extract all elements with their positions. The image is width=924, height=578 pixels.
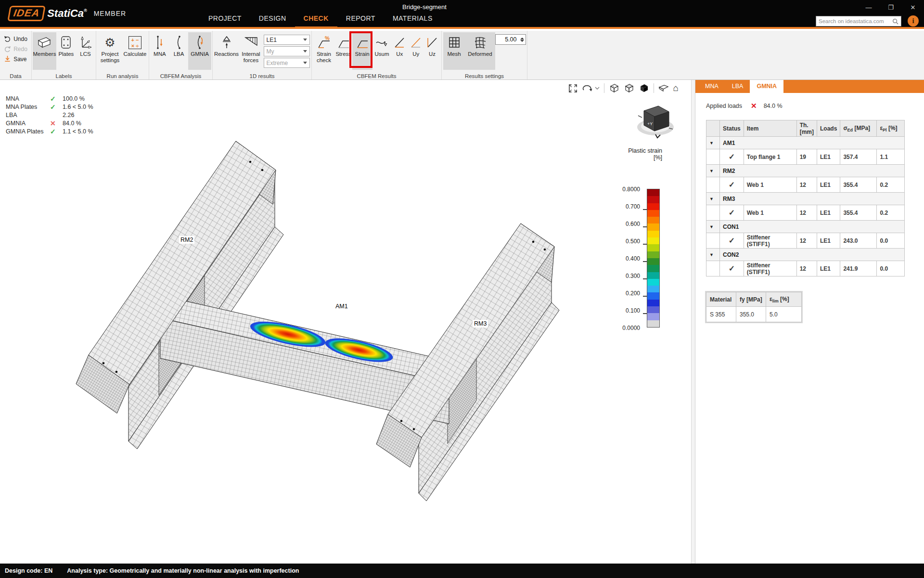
svg-text:+Y: +Y (647, 121, 653, 126)
strain-check-button[interactable]: % Strain check (313, 32, 335, 70)
lcs-button[interactable]: LCS (76, 32, 95, 70)
mesh-button[interactable]: Mesh (443, 32, 465, 70)
group-row-am1[interactable]: ▼ AM1 (706, 137, 905, 149)
ux-button[interactable]: Ux (391, 32, 408, 70)
svg-text:%: % (325, 35, 330, 41)
solid-view-icon[interactable] (639, 82, 649, 94)
view-toolbar: ⌂ (568, 82, 679, 94)
stress-button[interactable]: Stress (335, 32, 352, 70)
restore-button[interactable]: ❐ (880, 0, 902, 14)
members-button[interactable]: Members (33, 32, 56, 70)
summary-row: LBA2.26 (6, 111, 93, 119)
cross-icon: ✕ (751, 102, 757, 110)
table-row[interactable]: ✓ Stiffener (STIFF1)12 LE1243.0 0.0 (706, 233, 905, 249)
extreme-select[interactable]: Extreme (264, 58, 310, 68)
summary-row: GMNIA✕84.0 % (6, 119, 93, 127)
reactions-button[interactable]: Reactions (215, 32, 239, 70)
model-3d-viewport[interactable]: RM2 AM1 RM3 MNA✓100.0 % MNA Plates✓1.6 <… (0, 80, 695, 564)
check-icon: ✓ (50, 128, 63, 135)
mna-button[interactable]: MNA (150, 32, 169, 70)
applied-loads-status: Applied loads ✕ 84.0 % (706, 102, 924, 110)
calculate-button[interactable]: + −× ÷ Calculate (123, 32, 148, 70)
member-label-am1: AM1 (334, 302, 349, 310)
chevron-down-icon (303, 39, 307, 41)
group-row-con2[interactable]: ▼ CON2 (706, 249, 905, 261)
home-view-icon[interactable]: ⌂ (673, 82, 679, 94)
strain-check-icon: % (317, 34, 331, 51)
internal-forces-button[interactable]: Internal forces (239, 32, 264, 70)
group-label-labels: Labels (32, 73, 96, 79)
legend-ticks: 0.8000 0.700 0.600 0.500 0.400 0.300 0.2… (601, 186, 645, 330)
registered-mark: ® (84, 8, 87, 13)
group-row-rm3[interactable]: ▼ RM3 (706, 193, 905, 205)
panel-tab-mna[interactable]: MNA (698, 80, 725, 93)
navigation-cube[interactable]: +Y (633, 101, 678, 142)
close-button[interactable]: ✕ (902, 0, 924, 14)
check-icon: ✓ (720, 177, 744, 193)
info-button[interactable]: i (908, 15, 919, 26)
usum-button[interactable]: Usum (372, 32, 392, 70)
statica-logo-text: StatiCa (47, 7, 84, 19)
uy-button[interactable]: Uy (408, 32, 424, 70)
table-row[interactable]: ✓ Web 112 LE1355.4 0.2 (706, 205, 905, 221)
spinner-arrows-icon[interactable] (519, 38, 526, 42)
check-icon: ✓ (50, 95, 63, 103)
ribbon-group-cbfem-analysis: MNA LBA GMNIA CBFEM Analysis (149, 31, 213, 79)
axonometry-view-icon[interactable] (609, 82, 619, 94)
table-row[interactable]: ✓ Web 112 LE1355.4 0.2 (706, 177, 905, 193)
rotate-view-icon[interactable] (582, 82, 600, 94)
gmnia-button[interactable]: GMNIA (188, 32, 211, 70)
group-label-1d-results: 1D results (213, 73, 311, 79)
ux-icon (393, 34, 406, 51)
undo-button[interactable]: Undo (4, 34, 27, 43)
uy-icon (410, 34, 422, 51)
redo-button[interactable]: Redo (4, 44, 27, 53)
tab-project[interactable]: PROJECT (200, 11, 250, 29)
perspective-view-icon[interactable] (624, 82, 634, 94)
tab-design[interactable]: DESIGN (250, 11, 295, 29)
panel-tab-gmnia[interactable]: GMNIA (750, 80, 783, 93)
tab-check[interactable]: CHECK (295, 11, 337, 29)
tab-report[interactable]: REPORT (337, 11, 384, 29)
legend-unit: [%] (601, 154, 664, 161)
undo-icon (4, 35, 11, 42)
legend-title: Plastic strain (601, 147, 664, 154)
group-row-con1[interactable]: ▼ CON1 (706, 221, 905, 233)
ribbon-group-results-settings: Mesh Deformed 5.00 Results settings (442, 31, 527, 79)
panel-tab-lba[interactable]: LBA (725, 80, 750, 93)
plates-button[interactable]: Plates (56, 32, 76, 70)
collapse-arrow-icon: ▼ (706, 165, 720, 177)
group-label-run-analysis: Run analysis (96, 73, 149, 79)
cross-icon: ✕ (50, 119, 63, 127)
check-icon: ✓ (720, 205, 744, 221)
uz-button[interactable]: Uz (424, 32, 440, 70)
plastic-strain-legend: Plastic strain [%] 0.8000 0.700 0.600 0.… (601, 147, 664, 161)
deformed-scale-spinner[interactable]: 5.00 (495, 34, 526, 45)
lba-button[interactable]: LBA (169, 32, 189, 70)
ribbon-group-1d-results: Reactions Internal forces LE1 My Extreme… (213, 31, 312, 79)
zoom-fit-icon[interactable] (568, 82, 578, 94)
collapse-arrow-icon: ▼ (706, 137, 720, 149)
app-logo: IDEA StatiCa® MEMBER (9, 6, 126, 21)
group-label-data: Data (0, 73, 31, 79)
lcs-icon (78, 34, 92, 51)
table-row[interactable]: ✓ Top flange 119 LE1357.4 1.1 (706, 149, 905, 165)
panel-splitter[interactable] (691, 80, 695, 564)
strain-icon (356, 34, 369, 51)
results-panel-tabs: MNA LBA GMNIA (695, 80, 924, 93)
load-case-select[interactable]: LE1 (264, 35, 310, 45)
table-row[interactable]: ✓ Stiffener (STIFF1)12 LE1241.9 0.0 (706, 261, 905, 276)
clip-plane-icon[interactable] (658, 82, 669, 94)
deformed-button[interactable]: Deformed (465, 32, 495, 70)
component-select[interactable]: My (264, 46, 310, 56)
save-button[interactable]: Save (4, 54, 27, 64)
tab-materials[interactable]: MATERIALS (384, 11, 441, 29)
summary-row: GMNIA Plates✓1.1 < 5.0 % (6, 127, 93, 135)
group-row-rm2[interactable]: ▼ RM2 (706, 165, 905, 177)
project-settings-button[interactable]: ⚙ Project settings (98, 32, 123, 70)
check-icon: ✓ (720, 149, 744, 165)
strain-button[interactable]: Strain (352, 32, 372, 70)
minimize-button[interactable]: — (858, 0, 880, 14)
ribbon-group-cbfem-results: % Strain check Stress Strain Usum (312, 31, 442, 79)
search-input[interactable]: Search on ideastatica.com (816, 16, 901, 26)
